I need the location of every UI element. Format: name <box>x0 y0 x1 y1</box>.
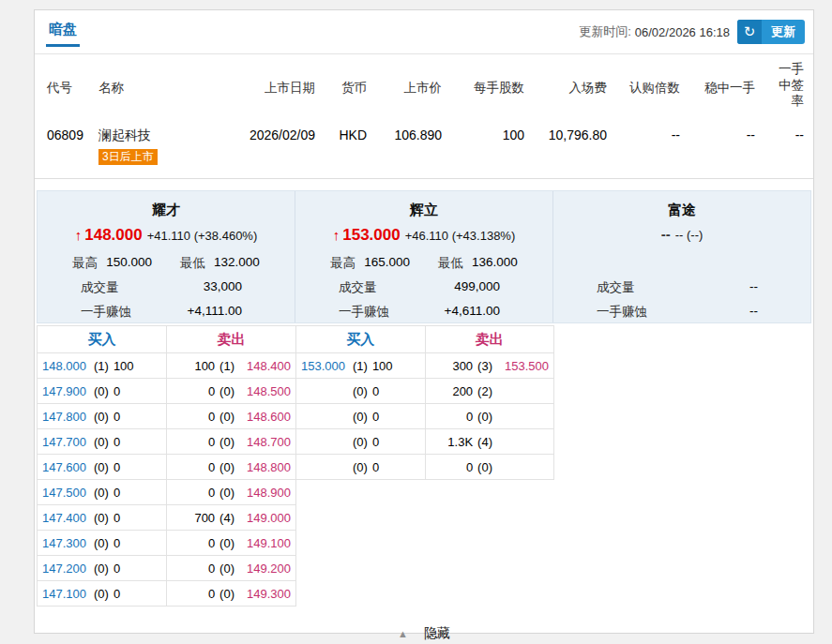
ask-quantity: 100 <box>194 359 215 373</box>
broker-panel-yaocai: 耀才 ↑148.000+41.110 (+38.460%) 最高150.000 … <box>38 191 295 322</box>
bid-cell[interactable]: (0)0 <box>296 455 426 480</box>
col-lot-size: 每手股数 <box>447 54 530 118</box>
broker-last-price: 153.000 <box>342 226 400 244</box>
ask-quantity: 0 <box>208 587 215 601</box>
stock-name[interactable]: 澜起科技 <box>98 127 226 144</box>
ask-cell[interactable]: 100(1)148.400 <box>167 353 296 379</box>
ask-cell[interactable]: 0(0) <box>425 455 554 480</box>
topbar: 暗盘 更新时间: 06/02/2026 16:18 ↻ 更新 <box>35 10 813 54</box>
bid-order-count: (0) <box>94 511 109 525</box>
bid-cell[interactable]: 147.200(0)0 <box>38 556 167 581</box>
bid-quantity: 0 <box>372 435 379 449</box>
bid-order-count: (0) <box>94 536 109 550</box>
bid-order-count: (0) <box>94 562 109 576</box>
high-label: 最高 <box>330 255 355 272</box>
low-label: 最低 <box>438 255 463 272</box>
broker-price-line: ---- (--) <box>553 226 810 247</box>
order-book-row: 147.600(0)0 0(0)148.800 <box>38 455 296 480</box>
ipo-row[interactable]: 06809 澜起科技 3日后上市 2026/02/09 HKD 106.890 … <box>35 118 813 179</box>
tab-dark-pool[interactable]: 暗盘 <box>46 21 80 47</box>
bid-cell[interactable]: 147.400(0)0 <box>38 505 167 531</box>
col-subscription-multiple: 认购倍数 <box>613 54 686 118</box>
order-book-row: 148.000(1)100 100(1)148.400 <box>38 353 296 379</box>
ask-cell[interactable]: 700(4)149.000 <box>167 505 296 531</box>
ask-cell[interactable]: 0(0)149.100 <box>167 531 296 556</box>
bid-price: 147.800 <box>42 410 94 424</box>
ask-price: 148.900 <box>239 486 291 500</box>
broker-price-line: ↑153.000+46.110 (+43.138%) <box>295 226 552 247</box>
ask-cell[interactable]: 1.3K(4) <box>425 429 554 455</box>
bid-cell[interactable]: (0)0 <box>296 379 426 404</box>
bid-order-count: (0) <box>94 460 109 474</box>
stock-stable-one-lot: -- <box>686 118 761 179</box>
bid-cell[interactable]: 148.000(1)100 <box>38 353 167 379</box>
hide-label: 隐藏 <box>424 625 450 642</box>
broker-summary: 耀才 ↑148.000+41.110 (+38.460%) 最高150.000 … <box>37 190 811 323</box>
bid-cell[interactable]: (0)0 <box>296 429 426 455</box>
ask-order-count: (0) <box>219 435 234 449</box>
broker-high-low-empty <box>553 255 810 272</box>
order-book-row: 147.200(0)0 0(0)149.200 <box>38 556 296 581</box>
ask-cell[interactable]: 300(3)153.500 <box>425 353 554 379</box>
ask-price: 148.800 <box>239 460 291 474</box>
ask-cell[interactable]: 0(0)148.900 <box>167 480 296 505</box>
broker-name: 富途 <box>553 191 810 219</box>
stock-code: 06809 <box>35 118 93 179</box>
bid-order-count: (0) <box>353 410 368 424</box>
bid-column-header: 买入 <box>296 326 426 353</box>
broker-change: +46.110 (+43.138%) <box>405 229 516 243</box>
broker-volume-row: 成交量-- <box>553 279 810 296</box>
refresh-button[interactable]: ↻ 更新 <box>737 20 805 44</box>
ask-cell[interactable]: 200(2) <box>425 379 554 404</box>
col-code: 代号 <box>35 54 93 118</box>
volume-label: 成交量 <box>81 279 119 296</box>
ask-cell[interactable]: 0(0)148.800 <box>167 455 296 480</box>
high-label: 最高 <box>72 255 98 272</box>
col-currency: 货币 <box>321 54 372 118</box>
ask-order-count: (0) <box>219 536 234 550</box>
broker-price-line: ↑148.000+41.110 (+38.460%) <box>38 226 295 247</box>
bid-quantity: 0 <box>372 460 379 474</box>
ask-cell[interactable]: 0(0)148.700 <box>167 429 296 455</box>
order-book-row: 147.800(0)0 0(0)148.600 <box>38 404 296 429</box>
broker-name: 耀才 <box>38 191 295 219</box>
ask-cell[interactable]: 0(0) <box>425 404 554 429</box>
volume-value: -- <box>749 279 758 296</box>
bid-cell[interactable]: 147.300(0)0 <box>38 531 167 556</box>
order-book-row: (0)0 0(0) <box>296 404 554 429</box>
collapse-arrow-icon: ▲ <box>398 628 408 639</box>
bid-cell[interactable]: 147.800(0)0 <box>38 404 167 429</box>
bid-cell[interactable]: (0)0 <box>296 404 426 429</box>
stock-subscription-multiple: -- <box>613 118 686 179</box>
ask-order-count: (0) <box>219 587 234 601</box>
bid-quantity: 0 <box>113 460 120 474</box>
volume-value: 33,000 <box>204 279 242 296</box>
bid-order-count: (0) <box>353 435 368 449</box>
ask-price: 149.100 <box>239 536 291 550</box>
ask-cell[interactable]: 0(0)149.200 <box>167 556 296 581</box>
bid-cell[interactable]: 153.000(1)100 <box>296 353 426 379</box>
broker-last-price: -- <box>661 226 671 242</box>
ask-price: 149.300 <box>239 587 291 601</box>
ask-cell[interactable]: 0(0)148.500 <box>167 379 296 404</box>
bid-cell[interactable]: 147.500(0)0 <box>38 480 167 505</box>
broker-high-low: 最高150.000 最低132.000 <box>38 255 295 272</box>
update-time-label: 更新时间: <box>579 23 631 40</box>
bid-order-count: (1) <box>94 359 109 373</box>
broker-volume-row: 成交量499,000 <box>295 279 552 296</box>
bid-order-count: (0) <box>94 486 109 500</box>
hide-toggle[interactable]: ▲ 隐藏 <box>35 620 813 644</box>
ask-quantity: 0 <box>208 410 215 424</box>
bid-price: 147.600 <box>42 460 94 474</box>
bid-cell[interactable]: 147.900(0)0 <box>38 379 167 404</box>
ask-cell[interactable]: 0(0)148.600 <box>167 404 296 429</box>
bid-cell[interactable]: 147.700(0)0 <box>38 429 167 455</box>
bid-quantity: 0 <box>372 384 379 398</box>
col-entry-fee: 入场费 <box>530 54 613 118</box>
bid-price: 147.100 <box>42 587 94 601</box>
col-win-rate: 一手 中签率 <box>761 54 813 118</box>
col-stable-one-lot: 稳中一手 <box>686 54 761 118</box>
bid-cell[interactable]: 147.600(0)0 <box>38 455 167 480</box>
ask-cell[interactable]: 0(0)149.300 <box>167 581 296 607</box>
bid-cell[interactable]: 147.100(0)0 <box>38 581 167 607</box>
